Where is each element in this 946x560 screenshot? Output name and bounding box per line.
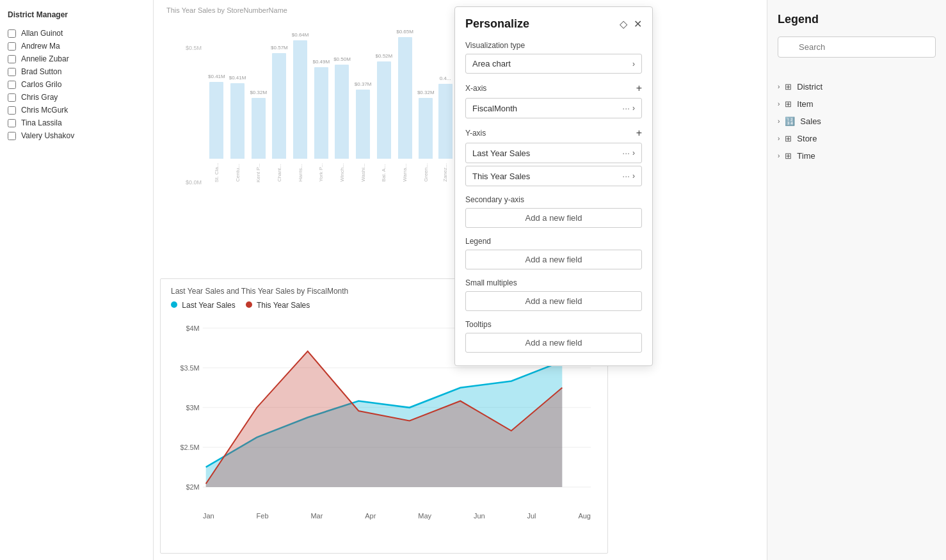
bg-bar-group: $0.64M Harris...	[292, 32, 309, 186]
vis-type-label: Visualization type	[465, 41, 642, 50]
sidebar-checkbox[interactable]	[8, 29, 16, 38]
sidebar-title: District Manager	[8, 10, 145, 19]
secondary-y-axis-label: Secondary y-axis	[465, 195, 642, 204]
bg-bar-group: $0.37M Washi...	[355, 81, 372, 186]
x-axis-chevron-icon: ›	[632, 104, 635, 113]
legend-item[interactable]: › 🔢 Sales	[778, 113, 936, 130]
y-min-label: $0.0M	[186, 179, 202, 186]
sidebar-item[interactable]: Carlos Grilo	[8, 78, 145, 91]
sidebar-item[interactable]: Annelie Zubar	[8, 52, 145, 65]
bar-value: 0.4...	[440, 76, 451, 81]
sidebar-item[interactable]: Valery Ushakov	[8, 129, 145, 142]
bar-label: Bal. A...	[381, 160, 387, 186]
legend-item[interactable]: › ⊞ Item	[778, 95, 936, 113]
x-axis-label: X-axis	[465, 84, 486, 93]
legend-item-chevron-icon: ›	[778, 83, 780, 90]
sidebar-checkbox[interactable]	[8, 132, 16, 140]
legend-item-table-icon: ⊞	[785, 151, 792, 161]
y-axis-last-year-dropdown[interactable]: Last Year Sales ··· ›	[465, 143, 642, 163]
legend-item-label: Sales	[800, 116, 821, 126]
sidebar-item[interactable]: Tina Lassila	[8, 116, 145, 129]
sidebar-item[interactable]: Chris McGurk	[8, 104, 145, 116]
bar	[209, 82, 223, 159]
x-axis-labels: Jan Feb Mar Apr May Jun Jul Aug	[171, 509, 597, 520]
tooltips-label: Tooltips	[465, 320, 642, 329]
legend-item-chevron-icon: ›	[778, 135, 780, 142]
bar-label: Chant...	[277, 160, 282, 186]
bar	[272, 53, 286, 159]
bg-bar-group: 0.4... Zanez...	[438, 76, 453, 186]
legend-panel: Legend 🔍 › ⊞ District › ⊞ Item › 🔢 Sales…	[767, 0, 946, 560]
close-icon[interactable]: ✕	[634, 18, 642, 30]
svg-text:$2.5M: $2.5M	[180, 444, 199, 451]
bar	[398, 37, 412, 159]
bg-bar-group: $0.57M Chant...	[271, 45, 288, 186]
small-multiples-add-field[interactable]: Add a new field	[465, 291, 642, 311]
legend-item-table-icon: ⊞	[785, 99, 792, 109]
legend-item[interactable]: › ⊞ Time	[778, 147, 936, 164]
y-axis-this-year-dots-icon[interactable]: ···	[622, 171, 630, 181]
legend-search-input[interactable]	[778, 36, 936, 58]
bar-label: St. Cla...	[214, 160, 220, 186]
x-axis-dropdown[interactable]: FiscalMonth ··· ›	[465, 98, 642, 118]
sidebar-item-label: Tina Lassila	[21, 118, 62, 127]
panel-header-icons[interactable]: ◇ ✕	[620, 18, 642, 30]
sidebar-checkbox[interactable]	[8, 119, 16, 127]
chevron-right-icon: ›	[632, 60, 635, 68]
sidebar-checkbox[interactable]	[8, 93, 16, 102]
bar-value: $0.57M	[271, 45, 288, 51]
sidebar-checkbox[interactable]	[8, 106, 16, 115]
sidebar-item-label: Allan Guinot	[21, 29, 63, 38]
svg-text:$2M: $2M	[186, 483, 199, 491]
bar	[377, 61, 391, 159]
legend-title: Legend	[778, 13, 936, 26]
y-axis-this-year-dropdown[interactable]: This Year Sales ··· ›	[465, 166, 642, 186]
sidebar-item-label: Annelie Zubar	[21, 54, 69, 63]
sidebar-item-label: Andrew Ma	[21, 42, 60, 51]
bar-label: Washi...	[360, 160, 366, 186]
y-axis-add-button[interactable]: +	[636, 127, 642, 139]
legend-last-year: Last Year Sales	[171, 301, 236, 310]
legend-item-label: Item	[797, 99, 813, 109]
legend-item[interactable]: › ⊞ District	[778, 78, 936, 95]
sidebar-checkbox[interactable]	[8, 42, 16, 51]
bar	[356, 90, 370, 159]
y-axis-last-year-value: Last Year Sales	[472, 148, 530, 158]
legend-item-table-icon: 🔢	[785, 116, 795, 126]
bg-bar-group: $0.52M Bal. A...	[376, 53, 393, 186]
x-axis-add-button[interactable]: +	[636, 83, 642, 94]
x-axis-header: X-axis +	[465, 83, 642, 94]
legend-search-wrapper[interactable]: 🔍	[778, 36, 936, 68]
legend-item-label: Store	[797, 134, 817, 143]
tooltips-add-field[interactable]: Add a new field	[465, 333, 642, 353]
x-axis-dots-icon[interactable]: ···	[622, 103, 630, 113]
panel-title: Personalize	[465, 17, 529, 31]
bar-value: $0.49M	[312, 59, 330, 65]
legend-item-table-icon: ⊞	[785, 82, 792, 92]
bg-bar-group: $0.41M St. Cla...	[208, 74, 225, 186]
sidebar-item[interactable]: Chris Gray	[8, 91, 145, 104]
bg-bar-group: $0.32M Green...	[417, 90, 435, 186]
bg-bar-group: $0.49M York P...	[312, 59, 330, 186]
legend-add-field[interactable]: Add a new field	[465, 250, 642, 269]
personalize-panel: Personalize ◇ ✕ Visualization type Area …	[454, 6, 653, 366]
sidebar-checkbox[interactable]	[8, 55, 16, 63]
visualization-type-dropdown[interactable]: Area chart ›	[465, 54, 642, 74]
sidebar-checkbox[interactable]	[8, 81, 16, 89]
svg-text:$3M: $3M	[186, 404, 199, 412]
secondary-y-axis-add-field[interactable]: Add a new field	[465, 208, 642, 228]
legend-item[interactable]: › ⊞ Store	[778, 130, 936, 147]
sidebar-checkbox[interactable]	[8, 68, 16, 76]
sidebar-item[interactable]: Andrew Ma	[8, 40, 145, 52]
bg-bar-group: $0.50M Winch...	[333, 56, 351, 186]
y-axis-header: Y-axis +	[465, 127, 642, 139]
bar-value: $0.41M	[229, 75, 246, 81]
y-axis-last-year-dots-icon[interactable]: ···	[622, 148, 630, 158]
bar	[314, 67, 328, 159]
sidebar-item[interactable]: Allan Guinot	[8, 27, 145, 40]
legend-item-table-icon: ⊞	[785, 134, 792, 143]
bar-label: Kent P...	[255, 160, 261, 186]
bar	[438, 84, 453, 159]
sidebar-item[interactable]: Brad Sutton	[8, 65, 145, 78]
reset-icon[interactable]: ◇	[620, 18, 627, 30]
